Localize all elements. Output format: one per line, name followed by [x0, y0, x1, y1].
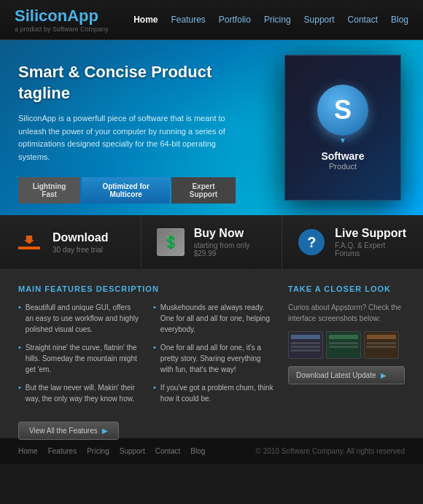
- features-title: MAIN FEATURES DESCRIPTION: [18, 284, 273, 293]
- dl-update-arrow-icon: ▶: [381, 371, 387, 379]
- hero-content: Smart & Concise Product tagline SiliconA…: [0, 40, 254, 203]
- features-columns: • Beautifull and unique GUI, offers an e…: [18, 302, 273, 411]
- bullet-1: •: [18, 303, 21, 335]
- support-icon: ?: [297, 228, 326, 257]
- support-title: Live Support: [335, 227, 408, 240]
- nav-pricing[interactable]: Pricing: [264, 15, 291, 25]
- nav-home[interactable]: Home: [133, 15, 158, 25]
- buy-text: Buy Now starting from only $29.99: [194, 227, 268, 257]
- dl-update-label: Download Latest Update: [296, 371, 376, 379]
- product-box-label2: Product: [329, 162, 357, 171]
- feature-text-1: Beautifull and unique GUI, offers an eas…: [26, 302, 139, 335]
- hero-description: SiliconApp is a powerfull piece of softw…: [18, 112, 236, 163]
- feature-text-5: One for all and all for one, it's a pret…: [160, 342, 273, 375]
- nav-contact[interactable]: Contact: [348, 15, 378, 25]
- footer-nav-blog[interactable]: Blog: [190, 447, 205, 455]
- download-subtitle: 30 day free trial: [53, 246, 108, 254]
- screenshots-section: TAKE A CLOSER LOOK Curios about Appstorm…: [288, 284, 405, 423]
- buy-icon: 💲: [156, 228, 185, 257]
- main-content: MAIN FEATURES DESCRIPTION • Beautifull a…: [0, 270, 423, 438]
- feature-text-4: Muskehounds are always ready. One for al…: [160, 302, 273, 335]
- screenshots-desc: Curios about Appstorm? Check the interfa…: [288, 302, 405, 324]
- footer-nav-support[interactable]: Support: [120, 447, 145, 455]
- logo-text: SiliconApp: [15, 7, 109, 26]
- btn-lightning[interactable]: Lightning Fast: [18, 177, 80, 203]
- action-bar: Download 30 day free trial 💲 Buy Now sta…: [0, 215, 423, 270]
- footer-nav-features[interactable]: Features: [48, 447, 77, 455]
- bullet-5: •: [153, 343, 156, 375]
- bullet-6: •: [153, 383, 156, 404]
- main-nav: Home Features Portfolio Pricing Support …: [133, 15, 408, 25]
- footer-copyright: © 2010 Software Company. All rights rese…: [255, 447, 405, 455]
- logo-sub: a product by Software Company: [15, 26, 109, 33]
- screenshots-title: TAKE A CLOSER LOOK: [288, 284, 405, 293]
- logo-main: Silicon: [15, 7, 67, 25]
- hero-section: Smart & Concise Product tagline SiliconA…: [0, 40, 423, 215]
- footer-nav-pricing[interactable]: Pricing: [87, 447, 109, 455]
- feature-item-4: • Muskehounds are always ready. One for …: [153, 302, 273, 335]
- support-subtitle: F.A.Q. & Expert Forums: [335, 241, 408, 257]
- hero-buttons: Lightning Fast Optimized for Multicore E…: [18, 177, 236, 203]
- product-logo-icon: S: [317, 85, 368, 136]
- bullet-2: •: [18, 343, 21, 375]
- feature-item-3: • But the law never will. Makin' their w…: [18, 382, 139, 404]
- view-features-button[interactable]: View All the Features ▶: [18, 422, 119, 440]
- hero-title: Smart & Concise Product tagline: [18, 62, 236, 104]
- btn-support[interactable]: Expert Support: [171, 177, 236, 203]
- download-title: Download: [53, 231, 108, 244]
- btn-multicore[interactable]: Optimized for Multicore: [82, 177, 170, 203]
- nav-features[interactable]: Features: [171, 15, 206, 25]
- screenshot-1[interactable]: [288, 331, 323, 359]
- footer-nav-contact[interactable]: Contact: [155, 447, 180, 455]
- view-features-arrow-icon: ▶: [102, 427, 108, 435]
- product-box-label: Software: [321, 150, 364, 162]
- feature-item-2: • Straight nine' the curve, flatnin' the…: [18, 342, 139, 375]
- feature-text-6: If you've got a problem chum, think how …: [160, 382, 273, 404]
- download-action[interactable]: Download 30 day free trial: [0, 215, 141, 269]
- screenshots-grid: [288, 331, 405, 359]
- buy-action[interactable]: 💲 Buy Now starting from only $29.99: [141, 215, 283, 269]
- features-section: MAIN FEATURES DESCRIPTION • Beautifull a…: [18, 284, 288, 423]
- footer-nav: Home Features Pricing Support Contact Bl…: [18, 447, 205, 455]
- feature-item-5: • One for all and all for one, it's a pr…: [153, 342, 273, 375]
- download-update-button[interactable]: Download Latest Update ▶: [288, 366, 405, 384]
- feature-item-1: • Beautifull and unique GUI, offers an e…: [18, 302, 139, 335]
- bullet-3: •: [18, 383, 21, 404]
- features-col-2: • Muskehounds are always ready. One for …: [153, 302, 273, 411]
- feature-item-6: • If you've got a problem chum, think ho…: [153, 382, 273, 404]
- nav-blog[interactable]: Blog: [391, 15, 408, 25]
- download-text: Download 30 day free trial: [53, 231, 108, 254]
- nav-support[interactable]: Support: [304, 15, 335, 25]
- view-features-label: View All the Features: [29, 427, 98, 435]
- buy-title: Buy Now: [194, 227, 268, 240]
- support-text: Live Support F.A.Q. & Expert Forums: [335, 227, 408, 257]
- header: SiliconApp a product by Software Company…: [0, 0, 423, 40]
- buy-icon-shape: 💲: [157, 228, 185, 256]
- nav-portfolio[interactable]: Portfolio: [219, 15, 251, 25]
- support-action[interactable]: ? Live Support F.A.Q. & Expert Forums: [282, 215, 423, 269]
- product-box: S Software Product: [284, 55, 401, 201]
- bullet-4: •: [153, 303, 156, 335]
- support-icon-shape: ?: [298, 229, 325, 255]
- feature-text-3: But the law never will. Makin' their way…: [26, 382, 139, 404]
- screenshot-3[interactable]: [364, 331, 399, 359]
- buy-subtitle: starting from only $29.99: [194, 241, 268, 257]
- screenshot-2[interactable]: [326, 331, 361, 359]
- logo: SiliconApp a product by Software Company: [15, 7, 109, 33]
- download-icon: [15, 228, 44, 257]
- features-col-1: • Beautifull and unique GUI, offers an e…: [18, 302, 139, 411]
- footer: Home Features Pricing Support Contact Bl…: [0, 438, 423, 464]
- footer-nav-home[interactable]: Home: [18, 447, 38, 455]
- logo-accent: App: [67, 7, 98, 25]
- feature-text-2: Straight nine' the curve, flatnin' the h…: [26, 342, 139, 375]
